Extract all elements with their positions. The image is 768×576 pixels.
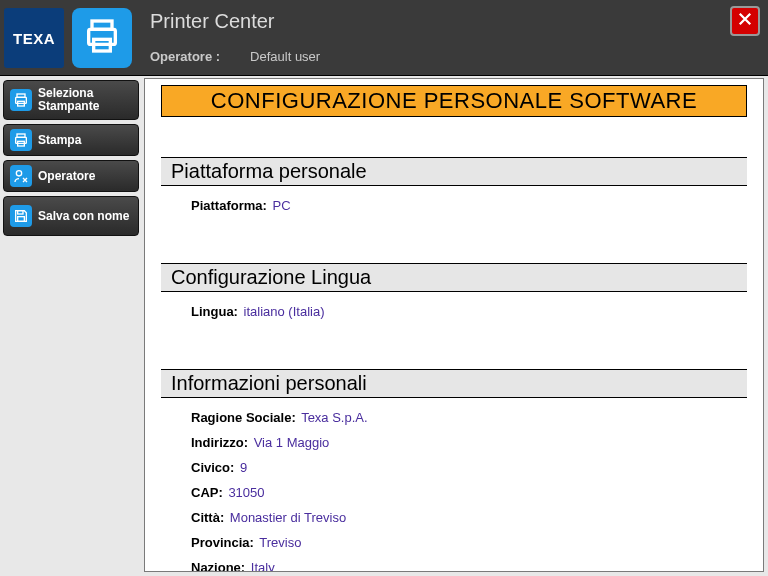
field-value: Treviso xyxy=(256,535,302,550)
field-key: Indirizzo: xyxy=(191,435,248,450)
field-value: Texa S.p.A. xyxy=(298,410,368,425)
field-key: Ragione Sociale: xyxy=(191,410,296,425)
field-value: Italy xyxy=(247,560,274,571)
section-body: Piattaforma: PC xyxy=(161,186,747,263)
field-row: Città: Monastier di Treviso xyxy=(191,510,737,525)
svg-rect-11 xyxy=(18,217,25,222)
doc-banner: CONFIGURAZIONE PERSONALE SOFTWARE xyxy=(161,85,747,117)
sidebar: Seleziona Stampante Stampa Operatore Sal… xyxy=(0,76,142,576)
field-key: Provincia: xyxy=(191,535,254,550)
printer-icon xyxy=(10,129,32,151)
sidebar-item-select-printer[interactable]: Seleziona Stampante xyxy=(3,80,139,120)
section-heading: Piattaforma personale xyxy=(161,157,747,186)
sidebar-item-label: Seleziona Stampante xyxy=(38,87,132,112)
document-scroll[interactable]: CONFIGURAZIONE PERSONALE SOFTWARE Piatta… xyxy=(145,79,763,571)
brand-logo-text: TEXA xyxy=(13,30,55,47)
printer-icon xyxy=(82,16,122,60)
sidebar-item-label: Salva con nome xyxy=(38,210,129,223)
main-area: Seleziona Stampante Stampa Operatore Sal… xyxy=(0,76,768,576)
app-header: TEXA Printer Center Operatore : Default … xyxy=(0,0,768,76)
field-value: Monastier di Treviso xyxy=(226,510,346,525)
save-icon xyxy=(10,205,32,227)
operator-value: Default user xyxy=(250,49,320,64)
field-key: Piattaforma: xyxy=(191,198,267,213)
close-button[interactable] xyxy=(730,6,760,36)
field-row: Piattaforma: PC xyxy=(191,198,737,213)
field-value: Via 1 Maggio xyxy=(250,435,329,450)
field-key: Nazione: xyxy=(191,560,245,571)
field-value: PC xyxy=(269,198,291,213)
field-row: Lingua: italiano (Italia) xyxy=(191,304,737,319)
sidebar-item-save-as[interactable]: Salva con nome xyxy=(3,196,139,236)
content-panel: CONFIGURAZIONE PERSONALE SOFTWARE Piatta… xyxy=(144,78,764,572)
section-body: Ragione Sociale: Texa S.p.A.Indirizzo: V… xyxy=(161,398,747,571)
svg-rect-10 xyxy=(18,211,23,214)
header-titles: Printer Center Operatore : Default user xyxy=(136,0,768,75)
sidebar-item-print[interactable]: Stampa xyxy=(3,124,139,156)
field-row: Ragione Sociale: Texa S.p.A. xyxy=(191,410,737,425)
close-icon xyxy=(736,10,754,32)
brand-logo: TEXA xyxy=(4,8,64,68)
field-row: Indirizzo: Via 1 Maggio xyxy=(191,435,737,450)
user-wrench-icon xyxy=(10,165,32,187)
sidebar-item-operator[interactable]: Operatore xyxy=(3,160,139,192)
field-value: 31050 xyxy=(225,485,265,500)
printer-icon xyxy=(10,89,32,111)
field-row: Nazione: Italy xyxy=(191,560,737,571)
operator-row: Operatore : Default user xyxy=(150,49,758,64)
field-key: Civico: xyxy=(191,460,234,475)
sidebar-item-label: Stampa xyxy=(38,134,81,147)
app-title: Printer Center xyxy=(150,10,758,33)
section-heading: Configurazione Lingua xyxy=(161,263,747,292)
field-key: CAP: xyxy=(191,485,223,500)
field-key: Città: xyxy=(191,510,224,525)
operator-label: Operatore : xyxy=(150,49,220,64)
printer-badge xyxy=(72,8,132,68)
sidebar-item-label: Operatore xyxy=(38,170,95,183)
field-key: Lingua: xyxy=(191,304,238,319)
section-body: Lingua: italiano (Italia) xyxy=(161,292,747,369)
field-value: 9 xyxy=(236,460,247,475)
field-row: CAP: 31050 xyxy=(191,485,737,500)
field-row: Civico: 9 xyxy=(191,460,737,475)
field-value: italiano (Italia) xyxy=(240,304,325,319)
section-heading: Informazioni personali xyxy=(161,369,747,398)
svg-point-9 xyxy=(16,171,21,176)
field-row: Provincia: Treviso xyxy=(191,535,737,550)
